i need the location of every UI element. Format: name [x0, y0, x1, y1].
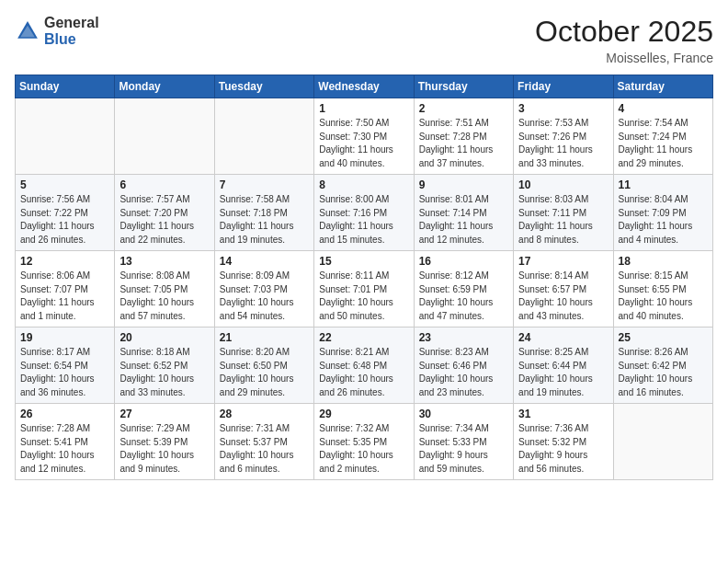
day-number: 4 [619, 102, 708, 115]
calendar-cell: 23Sunrise: 8:23 AM Sunset: 6:46 PM Dayli… [414, 327, 513, 404]
day-number: 8 [319, 178, 408, 191]
day-number: 17 [518, 255, 608, 268]
day-info: Sunrise: 8:21 AM Sunset: 6:48 PM Dayligh… [319, 346, 408, 399]
weekday-header-thursday: Thursday [414, 75, 513, 98]
day-number: 12 [20, 255, 109, 268]
calendar-cell: 2Sunrise: 7:51 AM Sunset: 7:28 PM Daylig… [414, 98, 513, 175]
day-number: 23 [419, 331, 508, 344]
day-info: Sunrise: 8:06 AM Sunset: 7:07 PM Dayligh… [20, 270, 109, 323]
calendar-cell: 27Sunrise: 7:29 AM Sunset: 5:39 PM Dayli… [115, 404, 214, 480]
day-info: Sunrise: 8:17 AM Sunset: 6:54 PM Dayligh… [20, 346, 109, 399]
day-info: Sunrise: 8:00 AM Sunset: 7:16 PM Dayligh… [319, 193, 408, 247]
day-info: Sunrise: 7:36 AM Sunset: 5:32 PM Dayligh… [518, 422, 608, 476]
day-number: 26 [20, 408, 109, 420]
day-number: 24 [518, 331, 608, 344]
day-info: Sunrise: 8:15 AM Sunset: 6:55 PM Dayligh… [619, 270, 708, 323]
calendar-cell: 10Sunrise: 8:03 AM Sunset: 7:11 PM Dayli… [514, 175, 613, 251]
logo: General Blue [15, 15, 99, 47]
logo-blue-label: Blue [44, 31, 99, 48]
calendar-cell: 24Sunrise: 8:25 AM Sunset: 6:44 PM Dayli… [514, 327, 613, 404]
day-number: 3 [518, 102, 608, 115]
calendar-cell: 3Sunrise: 7:53 AM Sunset: 7:26 PM Daylig… [514, 98, 613, 175]
calendar-cell: 28Sunrise: 7:31 AM Sunset: 5:37 PM Dayli… [214, 404, 313, 480]
day-info: Sunrise: 7:58 AM Sunset: 7:18 PM Dayligh… [220, 193, 309, 247]
day-info: Sunrise: 8:11 AM Sunset: 7:01 PM Dayligh… [319, 270, 408, 323]
calendar-cell: 7Sunrise: 7:58 AM Sunset: 7:18 PM Daylig… [214, 175, 313, 251]
calendar-cell: 18Sunrise: 8:15 AM Sunset: 6:55 PM Dayli… [613, 251, 712, 327]
calendar-cell: 30Sunrise: 7:34 AM Sunset: 5:33 PM Dayli… [414, 404, 513, 480]
day-number: 13 [119, 255, 209, 268]
calendar-cell: 14Sunrise: 8:09 AM Sunset: 7:03 PM Dayli… [214, 251, 313, 327]
day-info: Sunrise: 7:29 AM Sunset: 5:39 PM Dayligh… [119, 422, 209, 476]
calendar-cell [16, 98, 115, 175]
day-number: 6 [119, 178, 209, 191]
day-info: Sunrise: 8:08 AM Sunset: 7:05 PM Dayligh… [119, 270, 209, 323]
weekday-header-row: SundayMondayTuesdayWednesdayThursdayFrid… [16, 75, 713, 98]
calendar-cell: 21Sunrise: 8:20 AM Sunset: 6:50 PM Dayli… [214, 327, 313, 404]
calendar-cell [115, 98, 214, 175]
day-number: 25 [619, 331, 708, 344]
weekday-header-friday: Friday [514, 75, 613, 98]
day-number: 16 [419, 255, 508, 268]
day-number: 10 [518, 178, 608, 191]
day-info: Sunrise: 7:34 AM Sunset: 5:33 PM Dayligh… [419, 422, 508, 476]
day-info: Sunrise: 8:01 AM Sunset: 7:14 PM Dayligh… [419, 193, 508, 247]
day-info: Sunrise: 7:31 AM Sunset: 5:37 PM Dayligh… [220, 422, 309, 476]
calendar-cell: 15Sunrise: 8:11 AM Sunset: 7:01 PM Dayli… [314, 251, 414, 327]
calendar-cell: 8Sunrise: 8:00 AM Sunset: 7:16 PM Daylig… [314, 175, 414, 251]
weekday-header-sunday: Sunday [16, 75, 115, 98]
day-number: 5 [20, 178, 109, 191]
weekday-header-monday: Monday [115, 75, 214, 98]
day-number: 18 [619, 255, 708, 268]
calendar-cell: 25Sunrise: 8:26 AM Sunset: 6:42 PM Dayli… [613, 327, 712, 404]
calendar-cell: 29Sunrise: 7:32 AM Sunset: 5:35 PM Dayli… [314, 404, 414, 480]
calendar-cell [613, 404, 712, 480]
calendar-cell: 5Sunrise: 7:56 AM Sunset: 7:22 PM Daylig… [16, 175, 115, 251]
calendar-week-row: 26Sunrise: 7:28 AM Sunset: 5:41 PM Dayli… [16, 404, 713, 480]
day-number: 2 [419, 102, 508, 115]
calendar-cell: 16Sunrise: 8:12 AM Sunset: 6:59 PM Dayli… [414, 251, 513, 327]
day-info: Sunrise: 7:50 AM Sunset: 7:30 PM Dayligh… [319, 117, 408, 170]
day-info: Sunrise: 8:18 AM Sunset: 6:52 PM Dayligh… [119, 346, 209, 399]
calendar-week-row: 12Sunrise: 8:06 AM Sunset: 7:07 PM Dayli… [16, 251, 713, 327]
day-number: 14 [220, 255, 309, 268]
weekday-header-tuesday: Tuesday [214, 75, 313, 98]
calendar-cell: 13Sunrise: 8:08 AM Sunset: 7:05 PM Dayli… [115, 251, 214, 327]
calendar-cell: 17Sunrise: 8:14 AM Sunset: 6:57 PM Dayli… [514, 251, 613, 327]
day-info: Sunrise: 7:51 AM Sunset: 7:28 PM Dayligh… [419, 117, 508, 170]
weekday-header-saturday: Saturday [613, 75, 712, 98]
calendar-cell: 22Sunrise: 8:21 AM Sunset: 6:48 PM Dayli… [314, 327, 414, 404]
month-title: October 2025 [535, 15, 713, 49]
day-info: Sunrise: 7:54 AM Sunset: 7:24 PM Dayligh… [619, 117, 708, 170]
day-info: Sunrise: 8:04 AM Sunset: 7:09 PM Dayligh… [619, 193, 708, 247]
day-info: Sunrise: 7:32 AM Sunset: 5:35 PM Dayligh… [319, 422, 408, 476]
day-info: Sunrise: 8:03 AM Sunset: 7:11 PM Dayligh… [518, 193, 608, 247]
calendar-cell: 31Sunrise: 7:36 AM Sunset: 5:32 PM Dayli… [514, 404, 613, 480]
day-info: Sunrise: 7:28 AM Sunset: 5:41 PM Dayligh… [20, 422, 109, 476]
day-info: Sunrise: 8:20 AM Sunset: 6:50 PM Dayligh… [220, 346, 309, 399]
calendar-cell: 12Sunrise: 8:06 AM Sunset: 7:07 PM Dayli… [16, 251, 115, 327]
logo-general-label: General [44, 15, 99, 31]
day-info: Sunrise: 8:25 AM Sunset: 6:44 PM Dayligh… [518, 346, 608, 399]
calendar-cell: 11Sunrise: 8:04 AM Sunset: 7:09 PM Dayli… [613, 175, 712, 251]
calendar-cell [214, 98, 313, 175]
location-label: Moisselles, France [535, 51, 713, 65]
day-number: 29 [319, 408, 408, 420]
day-number: 31 [518, 408, 608, 420]
day-number: 15 [319, 255, 408, 268]
day-info: Sunrise: 8:23 AM Sunset: 6:46 PM Dayligh… [419, 346, 508, 399]
calendar-cell: 20Sunrise: 8:18 AM Sunset: 6:52 PM Dayli… [115, 327, 214, 404]
logo-text: General Blue [44, 15, 99, 47]
weekday-header-wednesday: Wednesday [314, 75, 414, 98]
calendar-week-row: 1Sunrise: 7:50 AM Sunset: 7:30 PM Daylig… [16, 98, 713, 175]
calendar-cell: 26Sunrise: 7:28 AM Sunset: 5:41 PM Dayli… [16, 404, 115, 480]
calendar-table: SundayMondayTuesdayWednesdayThursdayFrid… [15, 75, 713, 480]
day-info: Sunrise: 8:09 AM Sunset: 7:03 PM Dayligh… [220, 270, 309, 323]
day-number: 20 [119, 331, 209, 344]
day-info: Sunrise: 8:14 AM Sunset: 6:57 PM Dayligh… [518, 270, 608, 323]
day-info: Sunrise: 7:57 AM Sunset: 7:20 PM Dayligh… [119, 193, 209, 247]
calendar-week-row: 19Sunrise: 8:17 AM Sunset: 6:54 PM Dayli… [16, 327, 713, 404]
calendar-cell: 19Sunrise: 8:17 AM Sunset: 6:54 PM Dayli… [16, 327, 115, 404]
calendar-week-row: 5Sunrise: 7:56 AM Sunset: 7:22 PM Daylig… [16, 175, 713, 251]
day-number: 9 [419, 178, 508, 191]
